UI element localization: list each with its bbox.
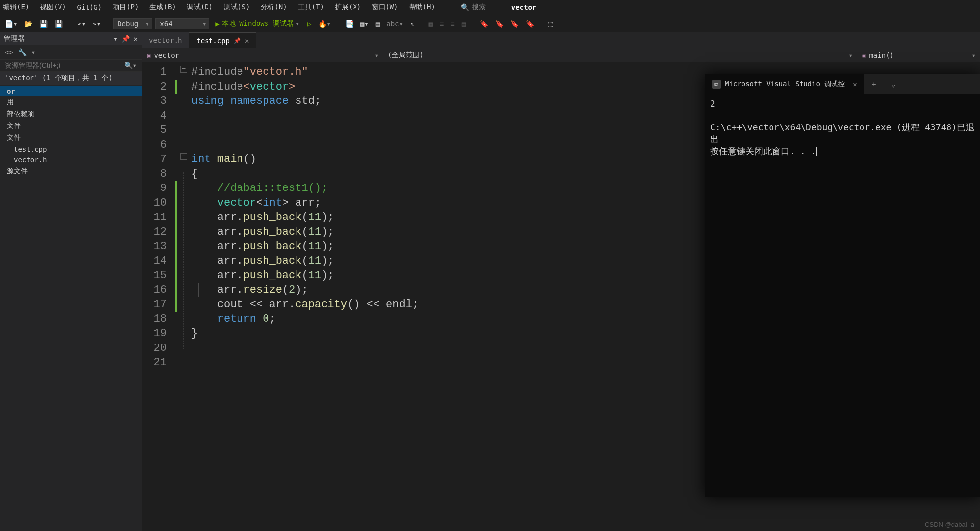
dropdown-icon[interactable]: ▾ bbox=[113, 35, 117, 43]
close-console-icon[interactable]: ✕ bbox=[853, 80, 857, 88]
redo-button[interactable]: ↷▾ bbox=[90, 19, 103, 29]
close-icon[interactable]: ✕ bbox=[134, 35, 138, 43]
file-test-cpp[interactable]: test.cpp bbox=[0, 144, 142, 155]
search-icon: 🔍 bbox=[461, 3, 469, 11]
bookmark-icon[interactable]: 🔖 bbox=[478, 19, 490, 29]
toolbar: 📄▾ 📂 💾 💾 ↶▾ ↷▾ Debug x64 ▶ 本地 Windows 调试… bbox=[0, 15, 980, 32]
bookmark-clear: 🔖 bbox=[524, 19, 536, 29]
menu-help[interactable]: 帮助(H) bbox=[409, 3, 435, 12]
line-gutter: 123456789101112131415161718192021 bbox=[142, 62, 172, 531]
tb-icon-1[interactable]: 📑 bbox=[343, 19, 356, 29]
solution-node[interactable]: 'vector' (1 个项目，共 1 个) bbox=[0, 72, 142, 85]
tab-test-cpp[interactable]: test.cpp 📌 ✕ bbox=[189, 32, 256, 48]
search-label: 搜索 bbox=[472, 3, 486, 12]
local-debugger-button[interactable]: ▶ 本地 Windows 调试器 ▾ bbox=[212, 18, 302, 29]
tb-disabled-2: ≡ bbox=[438, 19, 445, 29]
menu-test[interactable]: 测试(S) bbox=[224, 3, 250, 12]
fold-icon[interactable]: − bbox=[180, 66, 187, 73]
tb-end-icon[interactable]: ⬚ bbox=[546, 19, 554, 29]
menu-analyze[interactable]: 分析(N) bbox=[261, 3, 287, 12]
pin-icon[interactable]: 📌 bbox=[121, 35, 130, 43]
tree-external-deps[interactable]: 部依赖项 bbox=[0, 108, 142, 120]
crumb-project[interactable]: ▣ vector bbox=[142, 48, 383, 62]
search-icon[interactable]: 🔍▾ bbox=[124, 62, 137, 69]
platform-dropdown[interactable]: x64 bbox=[155, 18, 209, 29]
undo-button[interactable]: ↶▾ bbox=[75, 19, 88, 29]
cube-icon: ▣ bbox=[147, 51, 151, 59]
code-margin: −− bbox=[172, 62, 191, 531]
tree-references[interactable]: 用 bbox=[0, 96, 142, 108]
save-all-button[interactable]: 💾 bbox=[53, 19, 65, 29]
watermark: CSDN @dabai_a bbox=[925, 521, 974, 528]
console-output: 2 C:\c++\vector\x64\Debug\vector.exe (进程… bbox=[705, 94, 980, 161]
tb-disabled-4: ▤ bbox=[460, 19, 468, 29]
tb-disabled-3: ≡ bbox=[448, 19, 456, 29]
start-without-debug-button[interactable]: ▷ bbox=[305, 19, 313, 29]
new-console-tab[interactable]: + bbox=[864, 74, 884, 94]
bookmark-prev: 🔖 bbox=[493, 19, 505, 29]
menu-extensions[interactable]: 扩展(X) bbox=[335, 3, 361, 12]
tree-resource-files[interactable]: 源文件 bbox=[0, 165, 142, 177]
config-dropdown[interactable]: Debug bbox=[113, 18, 152, 29]
tree-headers[interactable]: 文件 bbox=[0, 120, 142, 132]
solution-search-input[interactable] bbox=[5, 62, 103, 69]
crumb-function[interactable]: ▣ main() bbox=[857, 48, 980, 62]
project-node[interactable]: or bbox=[0, 86, 142, 96]
tool-code-icon[interactable]: <> bbox=[5, 48, 13, 56]
tb-icon-3[interactable]: ▤ bbox=[374, 19, 382, 29]
crumb-scope[interactable]: (全局范围) bbox=[383, 48, 857, 62]
cube-icon: ▣ bbox=[862, 51, 866, 59]
new-item-button[interactable]: 📄▾ bbox=[3, 19, 19, 29]
close-tab-icon[interactable]: ✕ bbox=[245, 37, 249, 45]
vs-icon: ⧉ bbox=[712, 80, 721, 89]
menu-tools[interactable]: 工具(T) bbox=[298, 3, 324, 12]
menu-window[interactable]: 窗口(W) bbox=[372, 3, 398, 12]
sidebar-toolbar: <> 🔧 ▾ bbox=[0, 45, 142, 60]
open-button[interactable]: 📂 bbox=[22, 19, 34, 29]
menu-bar: 编辑(E) 视图(V) Git(G) 项目(P) 生成(B) 调试(D) 测试(… bbox=[0, 0, 980, 15]
tool-more-icon[interactable]: ▾ bbox=[31, 48, 35, 56]
console-tab[interactable]: ⧉ Microsoft Visual Studio 调试控 ✕ bbox=[705, 74, 864, 94]
solution-explorer: 管理器 ▾ 📌 ✕ <> 🔧 ▾ 🔍▾ 'vector' (1 个项目，共 1 … bbox=[0, 32, 142, 531]
hot-reload-button[interactable]: 🔥▾ bbox=[316, 19, 332, 29]
debug-console-window[interactable]: ⧉ Microsoft Visual Studio 调试控 ✕ + ⌄ 2 C:… bbox=[705, 74, 980, 497]
tb-disabled-1: ▦ bbox=[426, 19, 434, 29]
fold-icon[interactable]: − bbox=[180, 153, 187, 160]
menu-edit[interactable]: 编辑(E) bbox=[3, 3, 29, 12]
file-vector-h[interactable]: vector.h bbox=[0, 155, 142, 165]
bookmark-next: 🔖 bbox=[508, 19, 521, 29]
menu-build[interactable]: 生成(B) bbox=[149, 3, 176, 12]
tb-icon-2[interactable]: ▦▾ bbox=[358, 19, 371, 29]
tb-icon-5[interactable]: ↖ bbox=[408, 19, 416, 29]
navigation-bar: ▣ vector (全局范围) ▣ main() bbox=[142, 48, 980, 62]
console-more-icon[interactable]: ⌄ bbox=[884, 74, 903, 94]
tree-sources[interactable]: 文件 bbox=[0, 132, 142, 144]
tab-vector-h[interactable]: vector.h bbox=[142, 32, 189, 48]
menu-git[interactable]: Git(G) bbox=[77, 3, 102, 11]
pin-icon[interactable]: 📌 bbox=[234, 37, 241, 44]
save-button[interactable]: 💾 bbox=[37, 19, 50, 29]
search-term: vector bbox=[511, 3, 536, 11]
play-icon: ▶ bbox=[215, 20, 219, 28]
tool-wrench-icon[interactable]: 🔧 bbox=[18, 48, 27, 56]
search-box[interactable]: 🔍 搜索 bbox=[461, 3, 486, 12]
sidebar-title: 管理器 bbox=[4, 34, 25, 43]
tb-icon-4[interactable]: abc▾ bbox=[385, 19, 405, 29]
menu-debug[interactable]: 调试(D) bbox=[187, 3, 213, 12]
menu-view[interactable]: 视图(V) bbox=[40, 3, 66, 12]
menu-project[interactable]: 项目(P) bbox=[113, 3, 139, 12]
editor-tabs: vector.h test.cpp 📌 ✕ bbox=[142, 32, 980, 48]
